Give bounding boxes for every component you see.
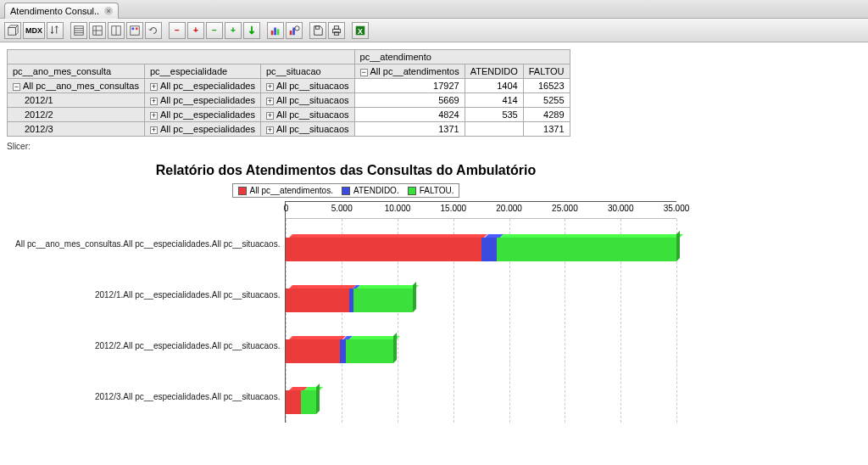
legend-swatch-blue bbox=[342, 187, 350, 195]
cell-c2: 1404 bbox=[465, 79, 523, 93]
expand-icon[interactable]: + bbox=[266, 126, 274, 134]
content-area: pc__atendimento pc__ano_mes_consulta pc_… bbox=[0, 42, 868, 429]
expand-icon[interactable]: + bbox=[150, 83, 158, 91]
chart-legend: All pc__atendimentos. ATENDIDO. FALTOU. bbox=[232, 183, 460, 198]
expand-icon[interactable]: + bbox=[266, 98, 274, 105]
chart-x-tick: 5.000 bbox=[331, 204, 353, 213]
chart-bar-segment bbox=[481, 238, 497, 261]
cell-esp[interactable]: All pc__especialidades bbox=[160, 95, 255, 105]
slicer-label: Slicer: bbox=[7, 142, 861, 151]
toolbar: MDX − + − + X bbox=[0, 19, 868, 42]
cell-ano[interactable]: All pc__ano_mes_consultas bbox=[23, 81, 139, 91]
cell-esp[interactable]: All pc__especialidades bbox=[160, 81, 255, 91]
cell-sit[interactable]: All pc__situacaos bbox=[276, 109, 349, 120]
reset-icon[interactable] bbox=[145, 22, 162, 39]
svg-rect-14 bbox=[274, 27, 276, 35]
mdx-label: MDX bbox=[25, 26, 42, 35]
chart-bar-segment bbox=[497, 238, 676, 261]
settings-icon[interactable] bbox=[126, 22, 143, 39]
legend-label: ATENDIDO. bbox=[353, 186, 399, 195]
chart-x-tick: 20.000 bbox=[496, 204, 522, 213]
expand-plus-green-icon[interactable]: + bbox=[225, 22, 242, 39]
col-especialidade[interactable]: pc__especialidade bbox=[144, 64, 260, 79]
cell-c3: 5255 bbox=[523, 93, 570, 108]
chart-bar bbox=[286, 289, 676, 312]
collapse-minus-green-icon[interactable]: − bbox=[206, 22, 223, 39]
chart-bar-segment bbox=[346, 339, 393, 363]
chart-bar bbox=[286, 390, 676, 414]
excel-icon[interactable]: X bbox=[352, 22, 369, 39]
col-all-atend[interactable]: −All pc__atendimentos bbox=[354, 64, 465, 79]
layout1-icon[interactable] bbox=[70, 22, 87, 39]
tab-atendimento[interactable]: Atendimento Consul.. × bbox=[4, 3, 119, 19]
cube-icon[interactable] bbox=[4, 22, 21, 39]
col-atendido[interactable]: ATENDIDO bbox=[465, 64, 523, 79]
chart-bar-row bbox=[286, 224, 676, 275]
collapse-icon[interactable]: − bbox=[13, 83, 20, 91]
mdx-button[interactable]: MDX bbox=[23, 22, 45, 39]
cell-esp[interactable]: All pc__especialidades bbox=[160, 124, 255, 134]
chart-bar-segment bbox=[286, 390, 301, 414]
cell-c2: 535 bbox=[465, 108, 523, 122]
cell-c1: 1371 bbox=[354, 122, 465, 137]
print-icon[interactable] bbox=[328, 22, 345, 39]
save-icon[interactable] bbox=[309, 22, 326, 39]
cell-ano[interactable]: 2012/1 bbox=[25, 95, 53, 105]
cell-c2: 414 bbox=[465, 93, 523, 108]
expand-icon[interactable]: + bbox=[150, 126, 158, 134]
expand-icon[interactable]: + bbox=[266, 112, 274, 120]
chart-bar-row bbox=[286, 326, 676, 377]
cell-c2 bbox=[465, 122, 523, 137]
layout2-icon[interactable] bbox=[89, 22, 106, 39]
expand-icon[interactable]: + bbox=[266, 83, 274, 91]
chart-config-icon[interactable] bbox=[286, 22, 303, 39]
drillthrough-icon[interactable] bbox=[243, 22, 260, 39]
chart-bar-segment bbox=[301, 390, 316, 414]
chart-bar-segment bbox=[286, 289, 349, 312]
svg-rect-0 bbox=[8, 27, 16, 35]
table-row: 2012/3 +All pc__especialidades +All pc__… bbox=[8, 122, 570, 137]
table-row: −All pc__ano_mes_consultas +All pc__espe… bbox=[8, 79, 570, 93]
legend-item: All pc__atendimentos. bbox=[238, 186, 333, 195]
cell-c3: 16523 bbox=[523, 79, 570, 93]
chart-x-tick: 25.000 bbox=[552, 204, 578, 213]
chart-bar-segment bbox=[340, 339, 346, 363]
col-all-atend-label: All pc__atendimentos bbox=[370, 66, 459, 76]
chart-bar-row bbox=[286, 377, 676, 428]
chart-body: All pc__ano_mes_consultas.All pc__especi… bbox=[15, 201, 676, 423]
col-situacao[interactable]: pc__situacao bbox=[260, 64, 354, 79]
collapse-icon[interactable]: − bbox=[360, 69, 368, 76]
cell-sit[interactable]: All pc__situacaos bbox=[276, 81, 349, 91]
cell-ano[interactable]: 2012/3 bbox=[25, 124, 53, 134]
chart-bar-icon[interactable] bbox=[267, 22, 284, 39]
cell-sit[interactable]: All pc__situacaos bbox=[276, 95, 349, 105]
chart-x-tick: 0 bbox=[284, 204, 289, 213]
col-faltou[interactable]: FALTOU bbox=[523, 64, 570, 79]
legend-item: FALTOU. bbox=[408, 186, 454, 195]
svg-text:X: X bbox=[358, 26, 363, 35]
chart-y-label: All pc__ano_mes_consultas.All pc__especi… bbox=[15, 218, 280, 269]
legend-swatch-green bbox=[408, 187, 416, 195]
chart-bar-row bbox=[286, 275, 676, 326]
cell-sit[interactable]: All pc__situacaos bbox=[276, 124, 349, 134]
cell-esp[interactable]: All pc__especialidades bbox=[160, 109, 255, 120]
chart-bar-segment bbox=[353, 289, 412, 312]
table-row: 2012/1 +All pc__especialidades +All pc__… bbox=[8, 93, 570, 108]
tab-label: Atendimento Consul.. bbox=[10, 6, 99, 16]
collapse-minus-red-icon[interactable]: − bbox=[169, 22, 186, 39]
sort-icon[interactable] bbox=[47, 22, 64, 39]
chart-y-label: 2012/3.All pc__especialidades.All pc__si… bbox=[15, 372, 280, 423]
close-icon[interactable]: × bbox=[104, 7, 113, 15]
expand-icon[interactable]: + bbox=[150, 98, 158, 105]
legend-label: All pc__atendimentos. bbox=[250, 186, 333, 195]
expand-plus-red-icon[interactable]: + bbox=[187, 22, 204, 39]
cell-c1: 5669 bbox=[354, 93, 465, 108]
col-ano-mes[interactable]: pc__ano_mes_consulta bbox=[8, 64, 145, 79]
cell-c3: 4289 bbox=[523, 108, 570, 122]
cell-ano[interactable]: 2012/2 bbox=[25, 109, 53, 120]
layout3-icon[interactable] bbox=[108, 22, 125, 39]
chart-bar-segment bbox=[286, 339, 339, 363]
svg-point-18 bbox=[295, 25, 299, 30]
expand-icon[interactable]: + bbox=[150, 112, 158, 120]
super-header: pc__atendimento bbox=[354, 50, 570, 64]
